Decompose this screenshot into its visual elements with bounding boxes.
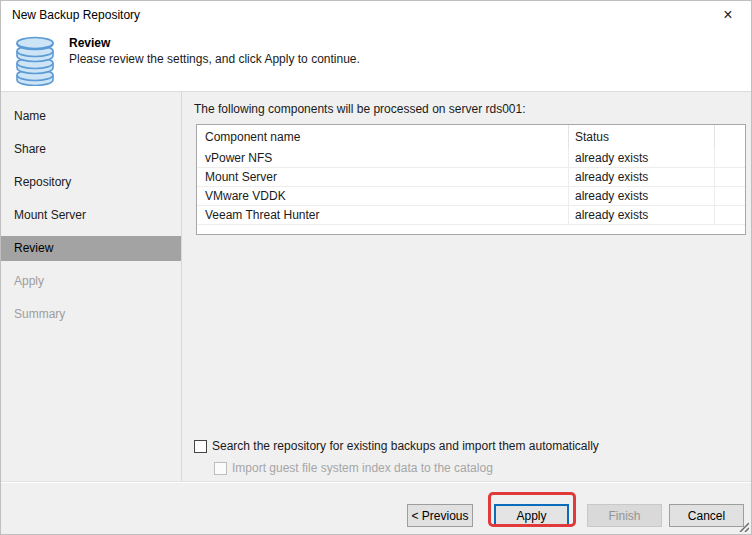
apply-button[interactable]: Apply xyxy=(494,504,569,527)
component-name-cell: Veeam Threat Hunter xyxy=(197,206,569,224)
column-header-component-name[interactable]: Component name xyxy=(197,125,569,149)
search-repository-label: Search the repository for existing backu… xyxy=(212,439,599,453)
wizard-steps-sidebar: Name Share Repository Mount Server Revie… xyxy=(1,92,181,335)
components-table: Component name Status vPower NFS already… xyxy=(196,124,746,235)
sidebar-separator xyxy=(181,92,182,482)
table-header-row: Component name Status xyxy=(197,125,745,149)
table-row[interactable]: Mount Server already exists xyxy=(197,168,745,187)
close-icon: × xyxy=(723,7,732,23)
status-cell: already exists xyxy=(569,187,715,205)
title-bar: New Backup Repository × xyxy=(1,1,751,29)
component-name-cell: vPower NFS xyxy=(197,149,569,167)
column-header-extra xyxy=(715,125,745,149)
step-subtitle: Please review the settings, and click Ap… xyxy=(69,52,360,66)
table-row[interactable]: vPower NFS already exists xyxy=(197,149,745,168)
sidebar-item-repository[interactable]: Repository xyxy=(1,170,181,195)
import-index-checkbox-row: Import guest file system index data to t… xyxy=(214,461,493,475)
status-cell: already exists xyxy=(569,149,715,167)
previous-button[interactable]: < Previous xyxy=(407,504,473,527)
search-repository-checkbox-row: Search the repository for existing backu… xyxy=(194,439,599,453)
close-button[interactable]: × xyxy=(709,1,747,29)
table-row[interactable]: VMware VDDK already exists xyxy=(197,187,745,206)
new-backup-repository-dialog: New Backup Repository × Review Please re… xyxy=(0,0,752,535)
database-icon xyxy=(14,36,56,86)
sidebar-item-summary: Summary xyxy=(1,302,181,327)
status-cell: already exists xyxy=(569,168,715,186)
import-index-checkbox xyxy=(214,462,227,475)
import-index-label: Import guest file system index data to t… xyxy=(232,461,493,475)
wizard-header: Review Please review the settings, and c… xyxy=(1,29,751,91)
components-instruction: The following components will be process… xyxy=(194,102,526,116)
resize-grip[interactable] xyxy=(737,520,749,532)
sidebar-item-apply: Apply xyxy=(1,269,181,294)
sidebar-item-mount-server[interactable]: Mount Server xyxy=(1,203,181,228)
component-name-cell: VMware VDDK xyxy=(197,187,569,205)
sidebar-item-share[interactable]: Share xyxy=(1,137,181,162)
search-repository-checkbox[interactable] xyxy=(194,440,207,453)
status-cell: already exists xyxy=(569,206,715,224)
sidebar-item-name[interactable]: Name xyxy=(1,104,181,129)
column-header-status[interactable]: Status xyxy=(569,125,715,149)
window-title: New Backup Repository xyxy=(12,1,140,29)
footer-divider xyxy=(1,482,751,483)
sidebar-item-review[interactable]: Review xyxy=(1,236,181,261)
component-name-cell: Mount Server xyxy=(197,168,569,186)
finish-button: Finish xyxy=(587,504,662,527)
table-row[interactable]: Veeam Threat Hunter already exists xyxy=(197,206,745,225)
cancel-button[interactable]: Cancel xyxy=(669,504,744,527)
step-title: Review xyxy=(69,36,110,50)
